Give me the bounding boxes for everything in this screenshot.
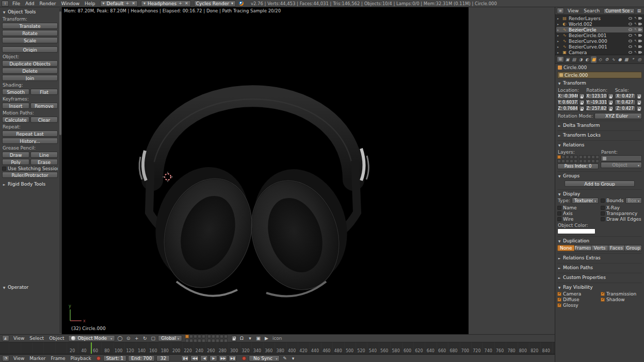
lock-icon[interactable] [636,106,642,111]
eye-icon[interactable] [629,28,632,31]
ruler-protractor-button[interactable]: Ruler/Protractor [2,172,58,178]
ray-visibility-checkbox[interactable]: Diffuse [557,297,599,302]
render-toggle-icon[interactable] [638,28,642,31]
layer-toggle[interactable] [561,155,565,159]
location-field[interactable]: Z: 0.76847 [557,106,578,111]
pivot-center-selector[interactable]: ⊙ [125,335,132,341]
duplication-option[interactable]: Frames [574,245,592,251]
layer-toggle[interactable] [202,335,205,338]
properties-tab[interactable]: ◎ [636,56,642,63]
display-option-checkbox[interactable]: Draw All Edges [601,216,642,222]
object-layers[interactable] [557,155,599,163]
eye-icon[interactable] [629,45,632,48]
lock-icon[interactable] [608,106,614,111]
properties-tab[interactable]: ⚙ [604,56,610,63]
lock-icon[interactable] [579,100,585,105]
eye-icon[interactable] [629,51,632,54]
menu-item[interactable]: Playback [68,356,94,361]
motion-paths-panel-header[interactable]: ► Motion Paths [557,264,642,271]
selectable-icon[interactable]: ↖ [634,45,637,48]
bounds-type-dropdown[interactable]: Box ▾ [625,198,642,204]
layer-toggle[interactable] [224,339,228,342]
manipulator-translate-toggle[interactable]: + [133,335,140,341]
layer-toggle[interactable] [189,335,193,338]
layer-toggle[interactable] [216,339,219,342]
operator-panel-header[interactable]: ▼ Operator [2,284,58,291]
selectable-icon[interactable]: ↖ [634,51,637,54]
selectable-icon[interactable]: ↖ [634,34,637,37]
current-frame-field[interactable]: 32 [156,355,170,361]
render-toggle-icon[interactable] [638,40,642,42]
ray-visibility-checkbox[interactable]: Camera [557,291,599,297]
outliner-item[interactable]: ▸ ▣ Camera ↖ [556,50,643,55]
layer-toggle[interactable] [583,155,587,159]
selectable-icon[interactable]: ↖ [634,39,637,43]
play-button[interactable]: ▶ [210,355,217,361]
properties-tab[interactable]: ◐ [584,56,590,63]
editor-type-icon[interactable]: i [2,1,9,7]
menu-item[interactable]: Marker [27,356,48,361]
lock-icon[interactable] [579,106,585,111]
layer-toggle[interactable] [207,339,211,342]
layer-toggle[interactable] [224,335,228,338]
render-toggle-icon[interactable] [638,17,642,20]
layer-toggle[interactable] [185,339,189,342]
scale-field[interactable]: X: 0.427 [615,93,636,99]
layer-toggle[interactable] [212,335,215,338]
lock-icon[interactable] [636,100,642,105]
properties-tab[interactable]: ◑ [577,56,584,63]
layer-toggles[interactable] [185,335,228,342]
gp-poly-button[interactable]: Poly [2,159,29,165]
record-icon[interactable] [96,356,101,360]
editor-type-selector[interactable]: ◭ [2,335,9,341]
clear-paths-button[interactable]: Clear [30,117,58,123]
selectable-icon[interactable]: ↖ [634,28,637,31]
layer-toggle[interactable] [220,339,223,342]
properties-tab[interactable]: * [630,56,636,63]
remove-keyframe-button[interactable]: Remove [30,103,58,109]
delete-button[interactable]: Delete [2,68,58,74]
display-option-checkbox[interactable]: X-Ray [601,205,642,210]
selectable-icon[interactable]: ↖ [634,22,637,26]
timeline-editor-icon[interactable]: ◔ [2,355,9,361]
calculate-paths-button[interactable]: Calculate [2,117,29,123]
rotation-field[interactable]: Y: -19.331° [586,100,607,105]
properties-tab[interactable]: ▦ [623,56,630,63]
menu-item[interactable]: Object [46,336,67,341]
filter-icon[interactable]: ⊞ [636,8,642,14]
expand-arrow-icon[interactable]: ▸ [557,39,560,43]
lock-to-scene-icon[interactable] [231,336,237,341]
timeline-canvas[interactable]: 2040608010012014016018020022024026028030… [0,342,555,354]
render-toggle-icon[interactable] [638,34,642,37]
eye-icon[interactable] [629,23,632,25]
3d-viewport[interactable]: x y Mem: 87.20M, Peak: 87.20M | Headphon… [62,7,469,334]
mode-selector[interactable]: Object Mode ▾ [68,335,115,341]
jump-to-start-button[interactable]: ▮◀ [181,355,189,361]
snap-element-selector[interactable]: ▾ [247,335,253,341]
layer-toggle[interactable] [561,159,565,163]
screen-layout-selector[interactable]: ▾ Default + ✕ [100,1,138,7]
display-option-checkbox[interactable]: Axis [557,210,599,216]
auto-keyframe-record-button[interactable] [242,356,246,360]
layer-toggle[interactable] [574,155,577,159]
outliner-display-mode-selector[interactable]: Current Scene ▾ [603,8,635,14]
repeat-last-button[interactable]: Repeat Last [2,130,58,137]
object-name-field[interactable]: Circle.000 [557,72,642,78]
ray-visibility-checkbox[interactable]: Shadow [601,297,642,302]
previous-keyframe-button[interactable]: ◀◀ [190,355,199,361]
layer-toggle[interactable] [579,159,583,163]
scene-selector[interactable]: ▾ Headphones + ✕ [141,1,191,7]
outliner-item[interactable]: ▸ ◐ World.002 ↖ [556,21,643,27]
menu-item[interactable]: Add [23,1,37,6]
draw-type-dropdown[interactable]: Textured ▾ [572,198,599,204]
layer-toggle[interactable] [207,335,211,338]
outliner-editor-icon[interactable]: ≡ [557,8,564,14]
menu-item[interactable]: View [11,336,27,341]
render-toggle-icon[interactable] [638,23,642,25]
origin-button[interactable]: Origin [2,46,58,53]
properties-tab[interactable]: ∿ [610,56,617,63]
layer-toggle[interactable] [595,155,599,159]
add-to-group-button[interactable]: Add to Group [565,180,635,187]
menu-item[interactable]: Help [82,1,98,6]
layer-toggle[interactable] [212,339,215,342]
